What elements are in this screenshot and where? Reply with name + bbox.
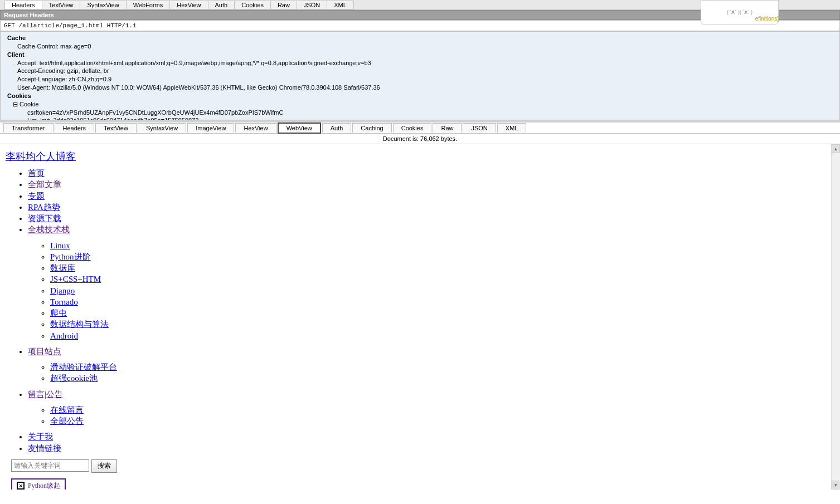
response-tab-hexview[interactable]: HexView [235, 123, 276, 133]
header-group-cache: Cache [7, 34, 833, 42]
nav-link[interactable]: 全栈技术栈 [28, 225, 70, 234]
nav-item: 项目站点滑动验证破解平台超强cookie池 [28, 346, 834, 384]
nav-item: RPA趋势 [28, 202, 834, 213]
nav-link[interactable]: 友情链接 [28, 444, 61, 453]
nav-item: 全部文章 [28, 179, 834, 190]
header-row: Accept-Language: zh-CN,zh;q=0.9 [7, 75, 833, 84]
request-tab-raw[interactable]: Raw [270, 1, 297, 9]
response-tabs: TransformerHeadersTextViewSyntaxViewImag… [0, 123, 840, 134]
nav-sublink[interactable]: Android [50, 331, 78, 340]
close-icon[interactable]: ✕ [17, 482, 25, 490]
request-tab-xml[interactable]: XML [327, 1, 354, 9]
nav-link[interactable]: 首页 [28, 169, 45, 178]
cookie-value: csrftoken=4zVxPSrhd5UZAnpFv1vy5CNDtLuggX… [7, 109, 833, 117]
response-tab-headers[interactable]: Headers [55, 123, 95, 133]
document-size-label: Document is: 76,062 bytes. [0, 134, 840, 144]
nav-sublist: 在线留言全部公告 [28, 404, 834, 427]
header-row: Cache-Control: max-age=0 [7, 42, 833, 51]
nav-subitem: JS+CSS+HTM [50, 273, 834, 285]
nav-subitem: Linux [50, 240, 834, 251]
badge-label: Python缘起 [28, 481, 60, 490]
nav-link[interactable]: 关于我 [28, 432, 53, 441]
nav-sublink[interactable]: 超强cookie池 [50, 374, 98, 383]
request-tab-hexview[interactable]: HexView [169, 1, 208, 9]
request-tab-webforms[interactable]: WebForms [126, 1, 171, 9]
nav-sublink[interactable]: 滑动验证破解平台 [50, 363, 117, 371]
nav-item: 全栈技术栈LinuxPython进阶数据库JS+CSS+HTMDjangoTor… [28, 224, 834, 341]
definitions-link-fragment[interactable]: efinitions] [755, 16, 779, 22]
nav-subitem: 超强cookie池 [50, 373, 834, 384]
python-badge[interactable]: ✕ Python缘起 [11, 478, 66, 490]
response-tab-textview[interactable]: TextView [95, 123, 137, 133]
nav-item: 关于我 [28, 431, 834, 442]
header-group-cookies: Cookies [7, 92, 833, 100]
response-tab-syntaxview[interactable]: SyntaxView [138, 123, 186, 133]
site-title-link[interactable]: 李科均个人博客 [6, 151, 76, 162]
nav-link[interactable]: 留言|公告 [28, 390, 63, 399]
cookie-toggle[interactable]: Cookie [7, 100, 833, 109]
nav-subitem: Python进阶 [50, 251, 834, 262]
nav-subitem: Django [50, 285, 834, 296]
webview-scrollbar[interactable]: ▴ ▾ [831, 144, 840, 490]
webview-panel[interactable]: ▴ ▾ 李科均个人博客 首页全部文章专题RPA趋势资源下载全栈技术栈LinuxP… [0, 144, 840, 490]
nav-link[interactable]: 全部文章 [28, 180, 61, 189]
nav-item: 资源下载 [28, 213, 834, 224]
header-group-client: Client [7, 51, 833, 59]
search-input[interactable] [11, 459, 89, 472]
site-title: 李科均个人博客 [6, 150, 834, 163]
nav-subitem: 全部公告 [50, 415, 834, 427]
nav-subitem: 数据库 [50, 262, 834, 273]
nav-sublink[interactable]: 全部公告 [50, 417, 84, 425]
nav-sublist: 滑动验证破解平台超强cookie池 [28, 361, 834, 384]
nav-subitem: 数据结构与算法 [50, 319, 834, 330]
response-tab-imageview[interactable]: ImageView [187, 123, 234, 133]
request-tab-json[interactable]: JSON [297, 1, 327, 9]
nav-item: 首页 [28, 168, 834, 179]
nav-link[interactable]: RPA趋势 [28, 203, 60, 212]
response-tab-caching[interactable]: Caching [352, 123, 391, 133]
nav-sublink[interactable]: 爬虫 [50, 309, 67, 317]
request-headers-body: CacheCache-Control: max-age=0ClientAccep… [0, 31, 840, 120]
nav-subitem: 在线留言 [50, 404, 834, 415]
request-tab-auth[interactable]: Auth [208, 1, 235, 9]
response-tab-cookies[interactable]: Cookies [393, 123, 432, 133]
nav-sublink[interactable]: 在线留言 [50, 405, 84, 414]
nav-sublink[interactable]: JS+CSS+HTM [50, 275, 101, 283]
nav-sublist: LinuxPython进阶数据库JS+CSS+HTMDjangoTornado爬… [28, 240, 834, 341]
response-tab-webview[interactable]: WebView [278, 123, 321, 134]
response-tab-auth[interactable]: Auth [322, 123, 352, 133]
nav-subitem: Tornado [50, 296, 834, 307]
request-tab-cookies[interactable]: Cookies [234, 1, 271, 9]
header-row: Accept-Encoding: gzip, deflate, br [7, 67, 833, 75]
nav-sublink[interactable]: Tornado [50, 297, 78, 306]
header-row: Accept: text/html,application/xhtml+xml,… [7, 59, 833, 67]
request-tab-syntaxview[interactable]: SyntaxView [80, 1, 126, 9]
response-tab-xml[interactable]: XML [497, 123, 527, 133]
request-tab-textview[interactable]: TextView [42, 1, 81, 9]
nav-link[interactable]: 专题 [28, 192, 45, 200]
nav-item: 留言|公告在线留言全部公告 [28, 389, 834, 427]
request-tab-headers[interactable]: Headers [4, 1, 42, 9]
nav-list: 首页全部文章专题RPA趋势资源下载全栈技术栈LinuxPython进阶数据库JS… [6, 168, 834, 454]
nav-sublink[interactable]: 数据结构与算法 [50, 320, 109, 329]
scroll-up-icon[interactable]: ▴ [832, 144, 840, 153]
nav-subitem: 滑动验证破解平台 [50, 361, 834, 373]
nav-link[interactable]: 资源下载 [28, 214, 61, 223]
search-button[interactable]: 搜索 [91, 459, 117, 473]
header-row: User-Agent: Mozilla/5.0 (Windows NT 10.0… [7, 84, 833, 92]
response-tab-json[interactable]: JSON [463, 123, 496, 133]
nav-sublink[interactable]: Django [50, 286, 75, 295]
nav-sublink[interactable]: Python进阶 [50, 252, 91, 261]
nav-sublink[interactable]: 数据库 [50, 263, 75, 272]
nav-item: 友情链接 [28, 443, 834, 454]
nav-subitem: 爬虫 [50, 307, 834, 319]
response-tab-transformer[interactable]: Transformer [3, 123, 54, 133]
scroll-down-icon[interactable]: ▾ [832, 481, 839, 490]
nav-link[interactable]: 项目站点 [28, 347, 61, 356]
nav-subitem: Android [50, 330, 834, 341]
nav-item: 专题 [28, 190, 834, 202]
response-tab-raw[interactable]: Raw [433, 123, 462, 133]
nav-sublink[interactable]: Linux [50, 241, 70, 250]
